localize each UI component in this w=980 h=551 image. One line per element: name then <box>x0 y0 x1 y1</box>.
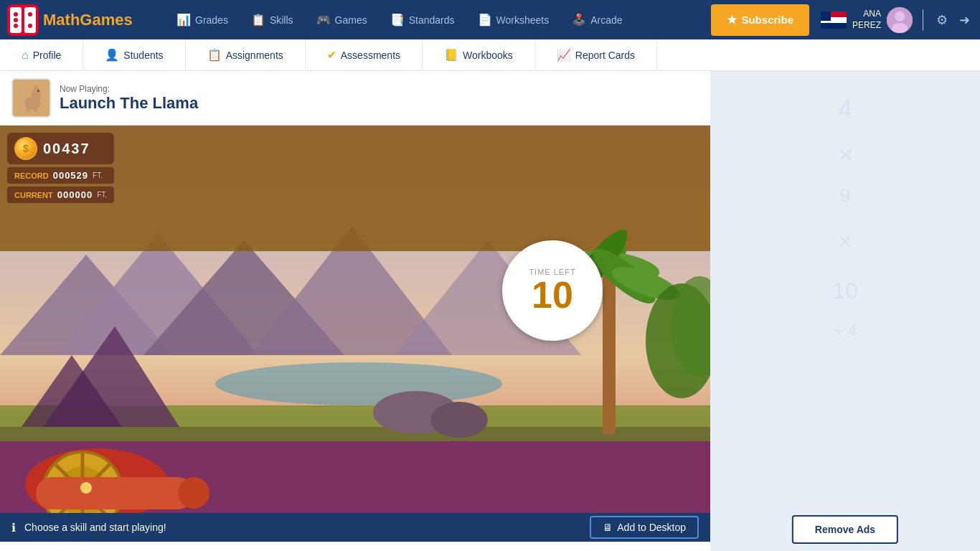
svg-point-49 <box>80 482 92 494</box>
subscribe-button[interactable]: ★ Subscribe <box>711 4 809 36</box>
svg-point-48 <box>178 477 209 509</box>
assignments-icon: 📋 <box>207 48 222 62</box>
workbooks-icon: 📒 <box>444 48 458 62</box>
flag-icon <box>821 11 847 29</box>
now-playing-text: Now Playing: Launch The Llama <box>60 84 198 113</box>
secondary-navigation: ⌂ Profile 👤 Students 📋 Assignments ✔ Ass… <box>0 39 980 71</box>
record-row: RECORD 000529 FT. <box>7 167 114 184</box>
nav-skills[interactable]: 📋 Skills <box>240 0 305 39</box>
current-value: 000000 <box>57 189 93 200</box>
avatar[interactable] <box>887 7 913 33</box>
star-icon: ★ <box>727 13 737 27</box>
games-icon: 🎮 <box>316 13 331 27</box>
svg-rect-14 <box>34 105 38 111</box>
assessments-icon: ✔ <box>327 48 336 62</box>
nav-students[interactable]: 👤 Students <box>83 39 185 71</box>
svg-rect-47 <box>36 477 194 509</box>
nav-standards[interactable]: 📑 Standards <box>379 0 466 39</box>
svg-point-6 <box>28 12 32 17</box>
main-content: Now Playing: Launch The Llama <box>0 71 980 551</box>
remove-ads-button[interactable]: Remove Ads <box>792 515 898 544</box>
logout-icon[interactable]: ➜ <box>956 12 973 28</box>
current-label: CURRENT <box>14 191 53 199</box>
game-thumb-img <box>13 78 50 118</box>
sidebar-bg-decoration: 4 ✕ 9 × 10 ÷ 4 <box>716 77 974 355</box>
top-nav-items: 📊 Grades 📋 Skills 🎮 Games 📑 Standards 📄 … <box>165 0 711 39</box>
worksheets-icon: 📄 <box>478 13 492 27</box>
svg-point-4 <box>14 18 18 22</box>
svg-point-26 <box>215 362 502 405</box>
students-icon: 👤 <box>105 48 119 62</box>
standards-icon: 📑 <box>390 13 405 27</box>
home-icon: ⌂ <box>22 49 29 62</box>
right-sidebar: 4 ✕ 9 × 10 ÷ 4 Remove Ads <box>710 71 980 551</box>
record-value: 000529 <box>53 170 88 181</box>
now-playing-bar: Now Playing: Launch The Llama <box>0 71 710 126</box>
choose-skill-text: Choose a skill and start playing! <box>24 522 581 533</box>
score-main: $ 00437 <box>7 133 114 164</box>
desktop-icon: 🖥 <box>603 522 613 533</box>
grades-icon: 📊 <box>176 13 191 27</box>
nav-divider <box>923 9 923 31</box>
logo-area[interactable]: MathGames <box>7 4 165 36</box>
game-frame[interactable]: $ 00437 RECORD 000529 FT. CURRENT 000000… <box>0 126 710 513</box>
skills-icon: 📋 <box>251 13 265 27</box>
bottom-bar: ℹ Choose a skill and start playing! 🖥 Ad… <box>0 513 710 542</box>
nav-assignments[interactable]: 📋 Assignments <box>186 39 306 71</box>
record-unit: FT. <box>93 171 103 179</box>
time-left-value: 10 <box>532 276 573 314</box>
settings-icon[interactable]: ⚙ <box>933 12 951 28</box>
add-to-desktop-button[interactable]: 🖥 Add to Desktop <box>590 516 699 539</box>
info-icon: ℹ <box>11 521 16 534</box>
score-value: 00437 <box>43 141 90 157</box>
svg-point-3 <box>14 12 18 17</box>
nav-worksheets[interactable]: 📄 Worksheets <box>466 0 561 39</box>
nav-arcade[interactable]: 🕹️ Arcade <box>560 0 633 39</box>
top-navigation: MathGames 📊 Grades 📋 Skills 🎮 Games 📑 St… <box>0 0 980 39</box>
arcade-icon: 🕹️ <box>572 13 586 27</box>
svg-rect-31 <box>603 269 616 434</box>
logo-icon <box>7 4 39 36</box>
record-label: RECORD <box>14 171 49 180</box>
current-row: CURRENT 000000 FT. <box>7 187 114 203</box>
avatar-img <box>887 7 913 33</box>
nav-workbooks[interactable]: 📒 Workbooks <box>423 39 535 71</box>
game-area: Now Playing: Launch The Llama <box>0 71 710 551</box>
nav-report-cards[interactable]: 📈 Report Cards <box>535 39 657 71</box>
svg-point-18 <box>34 85 39 91</box>
svg-point-30 <box>430 402 488 438</box>
nav-assessments[interactable]: ✔ Assessments <box>306 39 423 71</box>
game-thumbnail <box>11 78 51 118</box>
nav-profile[interactable]: ⌂ Profile <box>0 39 83 71</box>
svg-point-5 <box>14 24 18 28</box>
user-name: ANA PEREZ <box>852 9 881 31</box>
svg-point-7 <box>28 24 32 28</box>
user-area: ANA PEREZ ⚙ ➜ <box>821 7 973 33</box>
logo-text: MathGames <box>43 11 133 29</box>
timer-circle: TIME LEFT 10 <box>502 240 603 341</box>
report-icon: 📈 <box>557 48 571 62</box>
svg-rect-2 <box>24 7 36 33</box>
svg-point-9 <box>895 11 905 22</box>
svg-rect-13 <box>27 105 30 111</box>
nav-grades[interactable]: 📊 Grades <box>165 0 240 39</box>
coin-icon: $ <box>14 137 37 160</box>
current-unit: FT. <box>97 191 107 199</box>
score-display: $ 00437 RECORD 000529 FT. CURRENT 000000… <box>7 133 114 203</box>
nav-games[interactable]: 🎮 Games <box>305 0 379 39</box>
